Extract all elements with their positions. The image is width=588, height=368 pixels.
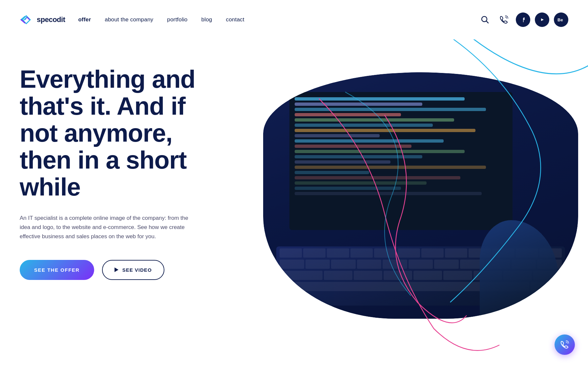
search-button[interactable] [478, 12, 492, 27]
header-icons: Be [478, 12, 568, 27]
nav-portfolio[interactable]: portfolio [167, 16, 187, 23]
see-offer-button[interactable]: SEE THE OFFER [20, 260, 94, 280]
phone-fab-icon [560, 340, 569, 349]
nav-about[interactable]: about the company [105, 16, 153, 23]
logo[interactable]: specodit [20, 14, 65, 26]
nav-blog[interactable]: blog [201, 16, 212, 23]
see-video-button[interactable]: SEE VIDEO [102, 260, 164, 280]
header: specodit offer about the company portfol… [0, 0, 588, 39]
play-icon [538, 16, 546, 23]
code-screen [289, 92, 513, 230]
laptop-bg [263, 72, 578, 319]
hero-description: An IT specialist is a complete online im… [20, 214, 190, 241]
play-triangle-icon [115, 267, 118, 272]
logo-icon [20, 14, 34, 26]
behance-icon: Be [557, 16, 565, 23]
hero-left: Everything and that's it. And if not any… [0, 39, 213, 355]
see-video-label: SEE VIDEO [122, 267, 152, 273]
hero-buttons: SEE THE OFFER SEE VIDEO [20, 260, 213, 280]
phone-button[interactable] [497, 12, 511, 27]
svg-text:Be: Be [557, 17, 563, 22]
hero-image [263, 72, 578, 319]
facebook-icon [519, 16, 527, 23]
phone-fab[interactable] [555, 334, 575, 355]
hero-right [227, 39, 588, 355]
hero-section: Everything and that's it. And if not any… [0, 39, 588, 355]
hero-title: Everything and that's it. And if not any… [20, 66, 213, 200]
main-nav: offer about the company portfolio blog c… [78, 16, 478, 23]
nav-offer[interactable]: offer [78, 16, 91, 23]
logo-text: specodit [37, 15, 65, 24]
youtube-button[interactable] [535, 12, 549, 27]
behance-button[interactable]: Be [554, 12, 568, 27]
search-icon [481, 15, 489, 24]
facebook-button[interactable] [516, 12, 530, 27]
nav-contact[interactable]: contact [226, 16, 244, 23]
phone-icon [499, 15, 509, 24]
